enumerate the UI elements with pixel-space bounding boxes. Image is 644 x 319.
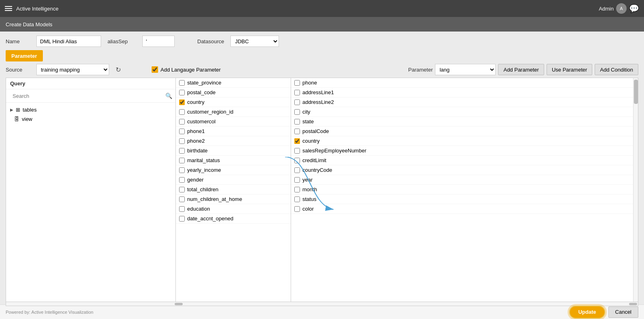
right-field-checkbox[interactable] <box>294 187 300 192</box>
left-field-checkbox[interactable] <box>179 109 185 115</box>
right-field-checkbox[interactable] <box>294 158 300 163</box>
right-field-label: country <box>302 138 320 144</box>
left-field-item: birthdate <box>176 146 291 156</box>
right-field-checkbox[interactable] <box>294 138 300 144</box>
chat-icon[interactable]: 💬 <box>629 4 639 13</box>
tree-item-view[interactable]: 🗄 view <box>6 114 175 124</box>
right-panel: phoneaddressLine1addressLine2citystatepo… <box>291 78 638 302</box>
left-field-label: customercol <box>187 118 215 125</box>
tree-area: ▶ ⊞ tables 🗄 view <box>6 103 175 302</box>
alias-sep-input[interactable] <box>142 36 175 47</box>
right-field-label: color <box>302 206 314 212</box>
left-field-label: gender <box>187 177 203 183</box>
left-fields-list: state_provincepostal_codecountrycustomer… <box>176 78 291 224</box>
left-panel: Query 🔍 ▶ ⊞ tables 🗄 view <box>6 78 176 302</box>
left-field-label: country <box>187 99 205 105</box>
right-field-checkbox[interactable] <box>294 196 300 202</box>
right-field-checkbox[interactable] <box>294 99 300 105</box>
left-field-checkbox[interactable] <box>179 177 185 183</box>
right-field-item: addressLine2 <box>291 97 638 107</box>
tree-item-tables[interactable]: ▶ ⊞ tables <box>6 105 175 114</box>
update-button[interactable]: Update <box>569 306 605 319</box>
left-field-checkbox[interactable] <box>179 158 185 163</box>
add-lang-label: Add Langauge Parameter <box>160 67 221 73</box>
right-field-item: salesRepEmployeeNumber <box>291 146 638 156</box>
v-scrollbar[interactable] <box>633 78 638 302</box>
powered-by: Powered by: Active Intelligence Visualiz… <box>6 310 93 315</box>
refresh-icon[interactable]: ↻ <box>116 66 121 74</box>
add-lang-checkbox[interactable] <box>152 66 158 73</box>
left-field-checkbox[interactable] <box>179 167 185 173</box>
right-field-item: city <box>291 107 638 117</box>
left-field-label: phone2 <box>187 138 205 144</box>
left-field-label: marital_status <box>187 157 220 163</box>
right-field-item: status <box>291 194 638 204</box>
tree-label-view: view <box>22 116 32 122</box>
right-field-item: month <box>291 185 638 194</box>
use-parameter-button[interactable]: Use Parameter <box>547 64 592 75</box>
datasource-select[interactable]: JDBC MySQL PostgreSQL <box>230 36 279 47</box>
page-title: Create Data Models <box>6 21 53 27</box>
view-icon: 🗄 <box>14 116 19 122</box>
param-select[interactable]: lang other <box>435 64 496 75</box>
left-field-checkbox[interactable] <box>179 148 185 154</box>
search-input[interactable] <box>9 91 163 101</box>
right-field-checkbox[interactable] <box>294 129 300 134</box>
middle-panel: state_provincepostal_codecountrycustomer… <box>176 78 291 302</box>
right-field-checkbox[interactable] <box>294 80 300 86</box>
left-field-item: country <box>176 97 291 107</box>
right-field-checkbox[interactable] <box>294 90 300 95</box>
left-field-checkbox[interactable] <box>179 99 185 105</box>
add-parameter-button[interactable]: Add Parameter <box>498 64 544 75</box>
right-field-checkbox[interactable] <box>294 167 300 173</box>
right-field-checkbox[interactable] <box>294 177 300 183</box>
left-field-item: phone2 <box>176 136 291 146</box>
right-field-checkbox[interactable] <box>294 206 300 212</box>
h-scrollbar-left-arrow <box>175 303 183 305</box>
main-content: Name aliasSep Datasource JDBC MySQL Post… <box>0 32 644 304</box>
hamburger-icon[interactable] <box>5 6 12 11</box>
left-field-label: customer_region_id <box>187 109 233 115</box>
left-field-checkbox[interactable] <box>179 90 185 95</box>
parameter-tab[interactable]: Parameter <box>6 50 43 61</box>
left-field-label: phone1 <box>187 128 205 134</box>
right-field-checkbox[interactable] <box>294 109 300 115</box>
left-field-item: education <box>176 204 291 214</box>
right-field-checkbox[interactable] <box>294 119 300 125</box>
left-field-item: state_province <box>176 78 291 88</box>
action-buttons: Update Cancel <box>569 306 638 319</box>
query-label: Query <box>6 78 175 89</box>
query-area-outer: Query 🔍 ▶ ⊞ tables 🗄 view <box>6 78 638 306</box>
left-field-checkbox[interactable] <box>179 196 185 202</box>
query-area: Query 🔍 ▶ ⊞ tables 🗄 view <box>6 78 638 302</box>
left-field-checkbox[interactable] <box>179 187 185 192</box>
left-field-checkbox[interactable] <box>179 138 185 144</box>
source-select[interactable]: training mapping other <box>36 64 109 75</box>
right-field-label: countryCode <box>302 167 332 173</box>
name-input[interactable] <box>36 36 101 47</box>
right-field-label: status <box>302 196 317 202</box>
add-condition-button[interactable]: Add Condition <box>595 64 638 75</box>
right-field-label: addressLine2 <box>302 99 334 105</box>
right-field-checkbox[interactable] <box>294 148 300 154</box>
left-field-checkbox[interactable] <box>179 129 185 134</box>
left-field-label: education <box>187 206 210 212</box>
nav-right: Admin A 💬 <box>599 3 639 14</box>
left-field-label: state_province <box>187 80 222 86</box>
add-lang-row: Add Langauge Parameter <box>152 66 221 73</box>
cancel-button[interactable]: Cancel <box>608 306 638 318</box>
right-field-item: countryCode <box>291 165 638 175</box>
right-field-label: addressLine1 <box>302 89 334 95</box>
left-field-item: yearly_income <box>176 165 291 175</box>
right-field-item: year <box>291 175 638 185</box>
right-field-item: phone <box>291 78 638 88</box>
right-field-label: phone <box>302 80 317 86</box>
left-field-checkbox[interactable] <box>179 119 185 125</box>
left-field-checkbox[interactable] <box>179 80 185 86</box>
left-field-label: total_children <box>187 186 218 192</box>
right-field-label: creditLimit <box>302 157 326 163</box>
h-scrollbar[interactable] <box>6 302 638 306</box>
left-field-checkbox[interactable] <box>179 206 185 212</box>
left-field-checkbox[interactable] <box>179 216 185 222</box>
bottom-bar: Powered by: Active Intelligence Visualiz… <box>0 304 644 319</box>
